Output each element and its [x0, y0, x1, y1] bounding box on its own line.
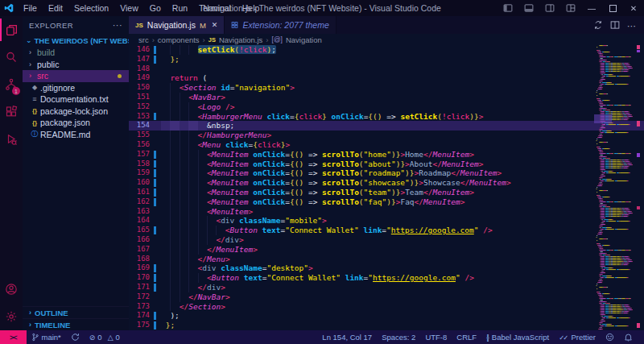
menu-run[interactable]: Run — [167, 0, 193, 16]
menu-terminal[interactable]: Terminal — [193, 0, 237, 16]
extensions-icon[interactable] — [0, 98, 23, 126]
breadcrumb-item[interactable]: src — [138, 35, 149, 44]
breadcrumb[interactable]: src›components›JSNavigation.js›[@]Naviga… — [129, 34, 644, 45]
code-line-166[interactable]: 166</div> — [129, 235, 644, 245]
code-line-158[interactable]: 158<MenuItem onClick={() => scrollTo("ab… — [129, 160, 644, 169]
code-line-171[interactable]: 171</div> — [129, 283, 644, 292]
close-button[interactable]: ✕ — [623, 0, 644, 16]
ruler-decoration — [637, 206, 640, 209]
explorer-icon[interactable] — [0, 16, 23, 44]
remote-indicator[interactable]: >< — [0, 330, 27, 344]
file-package-json[interactable]: {}package.json — [23, 117, 129, 129]
file-package-lock-json[interactable]: {}package-lock.json — [23, 106, 129, 118]
open-changes-icon[interactable] — [593, 20, 603, 30]
code-line-151[interactable]: 151<NavBar> — [129, 93, 644, 102]
code-line-173[interactable]: 173</Section> — [129, 302, 644, 312]
settings-icon[interactable] — [0, 303, 23, 330]
folder-build[interactable]: ›build — [23, 47, 129, 59]
close-icon[interactable]: ✕ — [212, 21, 218, 29]
problems[interactable]: ⊘0△0 — [85, 330, 125, 344]
maximize-button[interactable] — [602, 0, 623, 16]
activity-bar: 1 — [0, 16, 23, 330]
code-line-155[interactable]: 155</HamburgerMenu> — [129, 131, 644, 140]
minimap[interactable] — [594, 45, 634, 330]
code-line-169[interactable]: 169<div className="desktop"> — [129, 263, 644, 273]
code-line-160[interactable]: 160<MenuItem onClick={() => scrollTo("sh… — [129, 178, 644, 188]
breadcrumb-item[interactable]: Navigation — [286, 35, 322, 44]
code-line-168[interactable]: 168</Menu> — [129, 255, 644, 264]
file-documentation-txt[interactable]: ≡Documentation.txt — [23, 93, 129, 106]
menu-edit[interactable]: Edit — [43, 0, 68, 16]
code-line-164[interactable]: 164<div className="mobile"> — [129, 216, 644, 226]
menu-selection[interactable]: Selection — [68, 0, 114, 16]
tab-extension-2077-theme[interactable]: Extension: 2077 theme — [225, 16, 336, 34]
feedback[interactable] — [601, 330, 619, 344]
breadcrumb-item[interactable]: Navigation.js — [219, 35, 262, 44]
folder-src[interactable]: ›src — [23, 70, 129, 82]
run-debug-icon[interactable] — [0, 126, 23, 153]
code-line-149[interactable]: 149return ( — [129, 73, 644, 83]
code-line-159[interactable]: 159<MenuItem onClick={() => scrollTo("ro… — [129, 168, 644, 178]
folder-public[interactable]: ›public — [23, 59, 129, 71]
search-icon[interactable] — [0, 44, 23, 71]
code-line-170[interactable]: 170<Button text="Connect Wallet" link="h… — [129, 273, 644, 283]
code-line-167[interactable]: 167</MenuItem> — [129, 245, 644, 255]
layout-secondary-sidebar-button[interactable] — [539, 0, 560, 16]
split-editor-icon[interactable] — [610, 20, 620, 30]
code-line-154[interactable]: 154&nbsp; — [129, 121, 644, 131]
code-line-163[interactable]: 163<MenuItem> — [129, 207, 644, 217]
explorer-more-actions-icon[interactable]: ··· — [113, 20, 122, 30]
menu-view[interactable]: View — [114, 0, 144, 16]
code-line-161[interactable]: 161<MenuItem onClick={() => scrollTo("te… — [129, 188, 644, 197]
line-number: 161 — [129, 188, 154, 197]
menu-file[interactable]: File — [18, 0, 43, 16]
code-line-153[interactable]: 153<HamburgerMenu click={click} onClick=… — [129, 112, 644, 122]
code-line-162[interactable]: 162<MenuItem onClick={() => scrollTo("fa… — [129, 197, 644, 207]
minimize-button[interactable]: — — [581, 0, 602, 16]
code-line-174[interactable]: 174); — [129, 311, 644, 321]
source-control-icon[interactable]: 1 — [0, 71, 23, 98]
code-line-156[interactable]: 156<Menu click={click}> — [129, 140, 644, 150]
breadcrumb-separator: › — [266, 35, 268, 44]
code-line-157[interactable]: 157<MenuItem onClick={() => scrollTo("ho… — [129, 150, 644, 160]
project-root[interactable]: ⌄ THE WEIRDOS (NFT WEBSITE) — [23, 34, 129, 47]
git-branch[interactable]: main* — [27, 330, 66, 344]
notifications[interactable] — [619, 330, 638, 344]
code-line-152[interactable]: 152<Logo /> — [129, 102, 644, 112]
encoding[interactable]: UTF-8 — [420, 330, 452, 344]
code-line-147[interactable]: 147}; — [129, 55, 644, 64]
error-icon: ⊘ — [89, 334, 96, 342]
cursor-position[interactable]: Ln 154, Col 17 — [317, 330, 377, 344]
eol[interactable]: CRLF — [452, 330, 481, 344]
gutter-spacer — [154, 302, 156, 312]
code-line-175[interactable]: 175}; — [129, 321, 644, 330]
code-line-148[interactable]: 148 — [129, 64, 644, 74]
indentation[interactable]: Spaces: 2 — [377, 330, 420, 344]
panel-timeline[interactable]: ›TIMELINE — [23, 318, 129, 330]
panel-outline[interactable]: ›OUTLINE — [23, 306, 129, 318]
file--gitignore[interactable]: ◆.gitignore — [23, 82, 129, 94]
code-line-165[interactable]: 165<Button text="Connect Wallet" link="h… — [129, 226, 644, 235]
layout-customize-button[interactable] — [560, 0, 581, 16]
layout-sidebar-button[interactable] — [497, 0, 518, 16]
account-icon[interactable] — [0, 276, 23, 303]
code-line-172[interactable]: 172</NavBar> — [129, 292, 644, 302]
file-readme-md[interactable]: ⓘREADME.md — [23, 129, 129, 141]
chevron-right-icon: › — [29, 48, 37, 56]
code-line-150[interactable]: 150<Section id="navigation"> — [129, 83, 644, 93]
code-editor[interactable]: 146setClick(!click);147};148149return (1… — [129, 45, 644, 330]
chevron-right-icon: › — [29, 309, 31, 317]
layout-panel-button[interactable] — [518, 0, 539, 16]
code-line-146[interactable]: 146setClick(!click); — [129, 45, 644, 55]
sync[interactable] — [66, 330, 85, 344]
language-mode[interactable]: {}Babel JavaScript — [481, 330, 554, 344]
gutter-spacer — [154, 102, 156, 112]
menu-help[interactable]: Help — [237, 0, 266, 16]
breadcrumb-item[interactable]: components — [158, 35, 200, 44]
tab-navigation-js[interactable]: JSNavigation.jsM✕ — [129, 16, 225, 34]
more-actions-icon[interactable]: ⋯ — [627, 18, 636, 32]
line-content: </div> — [161, 283, 644, 292]
formatter[interactable]: ✓✓Prettier — [554, 330, 601, 344]
line-number: 156 — [129, 140, 154, 150]
menu-go[interactable]: Go — [144, 0, 167, 16]
